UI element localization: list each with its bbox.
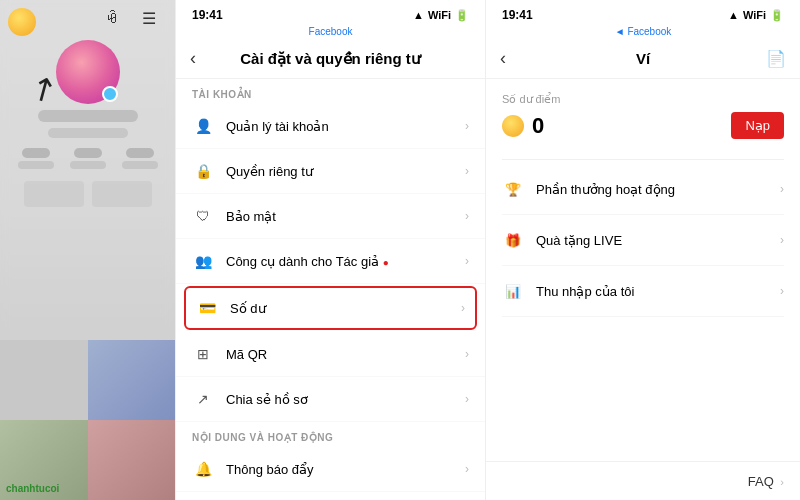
- wallet-fb-badge: ◄ Facebook: [486, 26, 800, 37]
- menu-item-bao-mat[interactable]: 🛡 Bảo mật ›: [176, 194, 485, 239]
- chevron-icon: ›: [780, 284, 784, 298]
- gift-icon: 🎁: [502, 229, 524, 251]
- battery-icon: 🔋: [455, 9, 469, 22]
- wallet-time: 19:41: [502, 8, 533, 22]
- menu-item-quyen-rieng-tu[interactable]: 🔒 Quyền riêng tư ›: [176, 149, 485, 194]
- profile-grid: [0, 340, 175, 500]
- settings-status-icons: ▲ WiFi 🔋: [413, 9, 469, 22]
- watermark: chanhtucoi: [6, 483, 59, 494]
- chevron-icon: ›: [465, 119, 469, 133]
- settings-title: Cài đặt và quyền riêng tư: [240, 50, 421, 68]
- wifi-icon: WiFi: [743, 9, 766, 21]
- wallet-icon: 💳: [196, 297, 218, 319]
- trophy-icon: 🏆: [502, 178, 524, 200]
- faq-chevron-icon: ›: [780, 476, 784, 488]
- wallet-status-icons: ▲ WiFi 🔋: [728, 9, 784, 22]
- chevron-icon: ›: [465, 209, 469, 223]
- income-icon: 📊: [502, 280, 524, 302]
- battery-icon: 🔋: [770, 9, 784, 22]
- chevron-icon: ›: [780, 233, 784, 247]
- grid-cell-4: [88, 420, 176, 500]
- menu-text-cong-cu: Công cụ dành cho Tác giả ●: [226, 254, 465, 269]
- nap-button[interactable]: Nạp: [731, 112, 784, 139]
- wallet-footer: FAQ ›: [486, 461, 800, 500]
- grid-cell-1: [0, 340, 88, 420]
- tune-icon[interactable]: ꀹ: [99, 4, 127, 32]
- menu-item-chia-se[interactable]: ↗ Chia sẻ hồ sơ ›: [176, 377, 485, 422]
- menu-item-ma-qr[interactable]: ⊞ Mã QR ›: [176, 332, 485, 377]
- menu-item-quan-ly-tai-khoan[interactable]: 👤 Quản lý tài khoản ›: [176, 104, 485, 149]
- chevron-icon: ›: [465, 462, 469, 476]
- wallet-menu-text-thu-nhap: Thu nhập của tôi: [536, 284, 780, 299]
- balance-row: 0 Nạp: [502, 112, 784, 139]
- wallet-doc-icon[interactable]: 📄: [766, 49, 786, 68]
- wallet-content: Số dư điểm 0 Nạp 🏆 Phần thưởng hoạt động…: [486, 79, 800, 461]
- menu-text-quyen: Quyền riêng tư: [226, 164, 465, 179]
- share-icon: ↗: [192, 388, 214, 410]
- settings-time: 19:41: [192, 8, 223, 22]
- profile-top-bar: ꀹ ☰: [0, 0, 175, 36]
- settings-back-button[interactable]: ‹: [190, 48, 196, 69]
- menu-item-so-du[interactable]: 💳 Số dư ›: [184, 286, 477, 330]
- wallet-divider: [502, 159, 784, 160]
- menu-item-ngon-ngu[interactable]: 🌐 Ngôn ngữ ứng dụng Tiếng Việt (Việt Nam…: [176, 492, 485, 500]
- profile-stats: [18, 148, 158, 169]
- coin-icon: [502, 115, 524, 137]
- wallet-menu-qua-tang[interactable]: 🎁 Quà tặng LIVE ›: [502, 215, 784, 266]
- avatar: [56, 40, 120, 104]
- wallet-title: Ví: [636, 50, 650, 67]
- menu-text-quan-ly: Quản lý tài khoản: [226, 119, 465, 134]
- profile-content: [0, 40, 175, 207]
- chevron-icon: ›: [465, 347, 469, 361]
- balance-label: Số dư điểm: [502, 79, 784, 112]
- wallet-panel: 19:41 ▲ WiFi 🔋 ◄ Facebook ‹ Ví 📄 Số dư đ…: [485, 0, 800, 500]
- wallet-menu-phan-thuong[interactable]: 🏆 Phần thưởng hoạt động ›: [502, 164, 784, 215]
- balance-left: 0: [502, 113, 544, 139]
- signal-icon: ▲: [728, 9, 739, 21]
- grid-cell-2: [88, 340, 176, 420]
- profile-subtitle: [48, 128, 128, 138]
- menu-icon[interactable]: ☰: [135, 4, 163, 32]
- settings-fb-badge: Facebook: [176, 26, 485, 37]
- menu-text-chia-se: Chia sẻ hồ sơ: [226, 392, 465, 407]
- wallet-menu-text-phan-thuong: Phần thưởng hoạt động: [536, 182, 780, 197]
- faq-link[interactable]: FAQ: [748, 474, 774, 489]
- chevron-icon: ›: [461, 301, 465, 315]
- settings-scroll-area[interactable]: TÀI KHOẢN 👤 Quản lý tài khoản › 🔒 Quyền …: [176, 79, 485, 500]
- signal-icon: ▲: [413, 9, 424, 21]
- chevron-icon: ›: [465, 164, 469, 178]
- menu-text-bao-mat: Bảo mật: [226, 209, 465, 224]
- wallet-back-button[interactable]: ‹: [500, 48, 506, 69]
- shield-icon: 🛡: [192, 205, 214, 227]
- lock-icon: 🔒: [192, 160, 214, 182]
- profile-actions: [24, 181, 152, 207]
- menu-text-so-du: Số dư: [230, 301, 461, 316]
- menu-item-cong-cu[interactable]: 👥 Công cụ dành cho Tác giả ● ›: [176, 239, 485, 284]
- balance-number: 0: [532, 113, 544, 139]
- profile-panel: ꀹ ☰ ↗: [0, 0, 175, 500]
- bell-icon: 🔔: [192, 458, 214, 480]
- avatar-badge: [102, 86, 118, 102]
- wifi-icon: WiFi: [428, 9, 451, 21]
- profile-name: [38, 110, 138, 122]
- content-section-label: NỘI DUNG VÀ HOẠT ĐỘNG: [176, 422, 485, 447]
- wallet-menu-thu-nhap[interactable]: 📊 Thu nhập của tôi ›: [502, 266, 784, 317]
- settings-panel: 19:41 ▲ WiFi 🔋 Facebook ‹ Cài đặt và quy…: [175, 0, 485, 500]
- qr-icon: ⊞: [192, 343, 214, 365]
- settings-nav-header: ‹ Cài đặt và quyền riêng tư: [176, 39, 485, 79]
- menu-text-ma-qr: Mã QR: [226, 347, 465, 362]
- person-icon: 👤: [192, 115, 214, 137]
- chevron-icon: ›: [465, 254, 469, 268]
- group-icon: 👥: [192, 250, 214, 272]
- menu-item-thong-bao[interactable]: 🔔 Thông báo đẩy ›: [176, 447, 485, 492]
- chevron-icon: ›: [465, 392, 469, 406]
- wallet-menu-text-qua-tang: Quà tặng LIVE: [536, 233, 780, 248]
- wallet-nav-header: ‹ Ví 📄: [486, 39, 800, 79]
- menu-text-thong-bao: Thông báo đẩy: [226, 462, 465, 477]
- chevron-icon: ›: [780, 182, 784, 196]
- account-section-label: TÀI KHOẢN: [176, 79, 485, 104]
